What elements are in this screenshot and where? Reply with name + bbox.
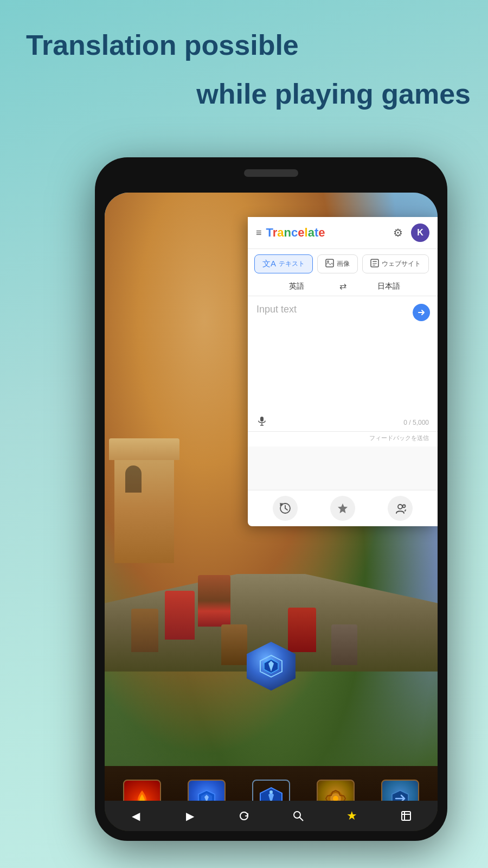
menu-icon[interactable]: ≡ <box>256 227 262 239</box>
warrior-1 <box>131 609 158 652</box>
svg-rect-17 <box>260 417 264 422</box>
browser-search-button[interactable] <box>288 806 309 826</box>
community-button[interactable] <box>388 496 413 521</box>
svg-rect-15 <box>373 263 377 264</box>
char-count: 0 / 5,000 <box>403 419 429 426</box>
browser-star-button[interactable]: ★ <box>342 806 362 826</box>
warrior-4 <box>221 624 247 665</box>
logo-letter-a: a <box>277 226 284 239</box>
phone-frame: ≡ Trancelate ⚙ K 文A テキスト 画像 <box>95 157 447 841</box>
headline-line2: while playing games <box>26 79 471 110</box>
input-area[interactable]: Input text <box>248 296 438 412</box>
svg-point-23 <box>403 505 406 508</box>
settings-button[interactable]: ⚙ <box>389 224 407 241</box>
avatar-button[interactable]: K <box>411 224 429 242</box>
language-bar: 英語 ⇄ 日本語 <box>248 277 438 296</box>
svg-point-6 <box>269 790 273 794</box>
warrior-3 <box>198 575 230 627</box>
lang-from-button[interactable]: 英語 <box>259 282 335 291</box>
translator-panel: ≡ Trancelate ⚙ K 文A テキスト 画像 <box>248 217 438 526</box>
tab-web-label: ウェブサイト <box>382 260 421 267</box>
input-footer: 0 / 5,000 <box>248 412 438 432</box>
logo-letter-e2: e <box>318 226 325 239</box>
svg-line-25 <box>299 817 303 821</box>
headline-line1: Translation possible <box>26 30 299 61</box>
logo-letter-t: T <box>266 226 273 239</box>
logo-letter-a2: a <box>308 226 314 239</box>
lang-to-button[interactable]: 日本語 <box>351 282 427 291</box>
warrior-2 <box>165 591 195 640</box>
svg-point-22 <box>398 505 402 509</box>
phone-screen: ≡ Trancelate ⚙ K 文A テキスト 画像 <box>105 193 438 831</box>
browser-nav-bar: ◀ ▶ ★ <box>105 801 438 831</box>
svg-rect-11 <box>326 259 333 267</box>
output-area <box>248 446 438 490</box>
warrior-6 <box>331 624 357 665</box>
tab-web-icon <box>370 259 379 269</box>
browser-back-button[interactable]: ◀ <box>126 806 146 826</box>
logo-letter-n: n <box>284 226 291 239</box>
submit-button[interactable] <box>413 304 430 321</box>
tab-text-label: テキスト <box>279 260 305 267</box>
phone-speaker <box>244 169 298 177</box>
browser-bookmark-button[interactable] <box>396 806 416 826</box>
tab-image[interactable]: 画像 <box>317 254 358 273</box>
castle-tower <box>114 455 174 563</box>
browser-refresh-button[interactable] <box>234 806 254 826</box>
lang-swap-button[interactable]: ⇄ <box>335 281 351 291</box>
app-logo: Trancelate <box>266 226 385 240</box>
tab-web[interactable]: ウェブサイト <box>362 254 429 273</box>
center-shield-icon <box>247 642 296 691</box>
logo-letter-e: e <box>298 226 304 239</box>
tab-bar: 文A テキスト 画像 ウェブサイト <box>248 249 438 277</box>
svg-rect-14 <box>373 261 377 262</box>
panel-header: ≡ Trancelate ⚙ K <box>248 217 438 249</box>
input-placeholder: Input text <box>256 304 297 315</box>
browser-forward-button[interactable]: ▶ <box>179 806 200 826</box>
svg-rect-26 <box>402 812 410 820</box>
svg-marker-21 <box>338 503 348 513</box>
tab-text[interactable]: 文A テキスト <box>254 254 313 273</box>
tab-image-icon <box>325 259 334 269</box>
tab-image-label: 画像 <box>337 260 350 267</box>
feedback-link[interactable]: フィードバックを送信 <box>248 432 438 446</box>
favorites-button[interactable] <box>330 496 355 521</box>
tab-text-icon: 文A <box>262 259 276 269</box>
svg-rect-16 <box>373 265 375 266</box>
mic-button[interactable] <box>256 416 267 429</box>
history-button[interactable] <box>273 496 298 521</box>
panel-nav <box>248 490 438 526</box>
logo-letter-c: c <box>291 226 298 239</box>
